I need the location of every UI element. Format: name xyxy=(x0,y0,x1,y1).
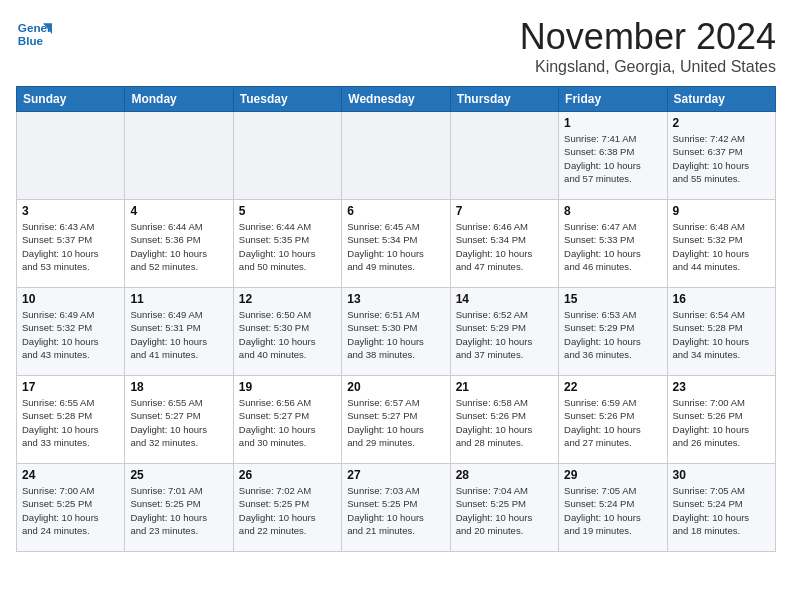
calendar-cell: 22Sunrise: 6:59 AM Sunset: 5:26 PM Dayli… xyxy=(559,376,667,464)
calendar-cell: 6Sunrise: 6:45 AM Sunset: 5:34 PM Daylig… xyxy=(342,200,450,288)
month-title: November 2024 xyxy=(520,16,776,58)
day-number: 14 xyxy=(456,292,553,306)
day-info: Sunrise: 6:58 AM Sunset: 5:26 PM Dayligh… xyxy=(456,396,553,449)
logo-icon: General Blue xyxy=(16,16,52,52)
day-info: Sunrise: 7:03 AM Sunset: 5:25 PM Dayligh… xyxy=(347,484,444,537)
day-info: Sunrise: 6:54 AM Sunset: 5:28 PM Dayligh… xyxy=(673,308,770,361)
day-number: 24 xyxy=(22,468,119,482)
day-info: Sunrise: 6:50 AM Sunset: 5:30 PM Dayligh… xyxy=(239,308,336,361)
calendar-cell: 12Sunrise: 6:50 AM Sunset: 5:30 PM Dayli… xyxy=(233,288,341,376)
week-row-4: 17Sunrise: 6:55 AM Sunset: 5:28 PM Dayli… xyxy=(17,376,776,464)
day-info: Sunrise: 6:48 AM Sunset: 5:32 PM Dayligh… xyxy=(673,220,770,273)
calendar-cell: 2Sunrise: 7:42 AM Sunset: 6:37 PM Daylig… xyxy=(667,112,775,200)
day-number: 18 xyxy=(130,380,227,394)
weekday-header-wednesday: Wednesday xyxy=(342,87,450,112)
day-info: Sunrise: 6:44 AM Sunset: 5:36 PM Dayligh… xyxy=(130,220,227,273)
page-header: General Blue General Blue November 2024 … xyxy=(16,16,776,76)
svg-text:Blue: Blue xyxy=(18,34,44,47)
weekday-header-monday: Monday xyxy=(125,87,233,112)
calendar-cell: 1Sunrise: 7:41 AM Sunset: 6:38 PM Daylig… xyxy=(559,112,667,200)
day-info: Sunrise: 7:04 AM Sunset: 5:25 PM Dayligh… xyxy=(456,484,553,537)
day-info: Sunrise: 6:52 AM Sunset: 5:29 PM Dayligh… xyxy=(456,308,553,361)
day-info: Sunrise: 6:49 AM Sunset: 5:31 PM Dayligh… xyxy=(130,308,227,361)
calendar-cell: 29Sunrise: 7:05 AM Sunset: 5:24 PM Dayli… xyxy=(559,464,667,552)
calendar-cell: 21Sunrise: 6:58 AM Sunset: 5:26 PM Dayli… xyxy=(450,376,558,464)
day-info: Sunrise: 7:05 AM Sunset: 5:24 PM Dayligh… xyxy=(673,484,770,537)
day-number: 19 xyxy=(239,380,336,394)
day-number: 16 xyxy=(673,292,770,306)
day-number: 29 xyxy=(564,468,661,482)
calendar-cell: 30Sunrise: 7:05 AM Sunset: 5:24 PM Dayli… xyxy=(667,464,775,552)
calendar-cell xyxy=(17,112,125,200)
day-info: Sunrise: 7:05 AM Sunset: 5:24 PM Dayligh… xyxy=(564,484,661,537)
day-info: Sunrise: 6:46 AM Sunset: 5:34 PM Dayligh… xyxy=(456,220,553,273)
calendar-cell: 23Sunrise: 7:00 AM Sunset: 5:26 PM Dayli… xyxy=(667,376,775,464)
day-number: 15 xyxy=(564,292,661,306)
day-number: 2 xyxy=(673,116,770,130)
calendar-cell xyxy=(233,112,341,200)
calendar-cell: 20Sunrise: 6:57 AM Sunset: 5:27 PM Dayli… xyxy=(342,376,450,464)
calendar-cell: 5Sunrise: 6:44 AM Sunset: 5:35 PM Daylig… xyxy=(233,200,341,288)
day-info: Sunrise: 7:02 AM Sunset: 5:25 PM Dayligh… xyxy=(239,484,336,537)
week-row-1: 1Sunrise: 7:41 AM Sunset: 6:38 PM Daylig… xyxy=(17,112,776,200)
week-row-3: 10Sunrise: 6:49 AM Sunset: 5:32 PM Dayli… xyxy=(17,288,776,376)
day-number: 9 xyxy=(673,204,770,218)
day-number: 11 xyxy=(130,292,227,306)
day-info: Sunrise: 7:42 AM Sunset: 6:37 PM Dayligh… xyxy=(673,132,770,185)
day-number: 20 xyxy=(347,380,444,394)
calendar-cell: 18Sunrise: 6:55 AM Sunset: 5:27 PM Dayli… xyxy=(125,376,233,464)
day-number: 6 xyxy=(347,204,444,218)
calendar-cell: 7Sunrise: 6:46 AM Sunset: 5:34 PM Daylig… xyxy=(450,200,558,288)
calendar-table: SundayMondayTuesdayWednesdayThursdayFrid… xyxy=(16,86,776,552)
day-info: Sunrise: 6:53 AM Sunset: 5:29 PM Dayligh… xyxy=(564,308,661,361)
calendar-cell: 4Sunrise: 6:44 AM Sunset: 5:36 PM Daylig… xyxy=(125,200,233,288)
day-number: 4 xyxy=(130,204,227,218)
location-title: Kingsland, Georgia, United States xyxy=(520,58,776,76)
day-number: 28 xyxy=(456,468,553,482)
day-info: Sunrise: 6:45 AM Sunset: 5:34 PM Dayligh… xyxy=(347,220,444,273)
calendar-cell: 25Sunrise: 7:01 AM Sunset: 5:25 PM Dayli… xyxy=(125,464,233,552)
day-number: 8 xyxy=(564,204,661,218)
calendar-cell: 9Sunrise: 6:48 AM Sunset: 5:32 PM Daylig… xyxy=(667,200,775,288)
week-row-2: 3Sunrise: 6:43 AM Sunset: 5:37 PM Daylig… xyxy=(17,200,776,288)
calendar-cell xyxy=(450,112,558,200)
calendar-cell: 3Sunrise: 6:43 AM Sunset: 5:37 PM Daylig… xyxy=(17,200,125,288)
day-number: 12 xyxy=(239,292,336,306)
weekday-header-row: SundayMondayTuesdayWednesdayThursdayFrid… xyxy=(17,87,776,112)
day-info: Sunrise: 6:43 AM Sunset: 5:37 PM Dayligh… xyxy=(22,220,119,273)
day-info: Sunrise: 6:55 AM Sunset: 5:27 PM Dayligh… xyxy=(130,396,227,449)
day-number: 7 xyxy=(456,204,553,218)
day-info: Sunrise: 6:47 AM Sunset: 5:33 PM Dayligh… xyxy=(564,220,661,273)
calendar-cell: 8Sunrise: 6:47 AM Sunset: 5:33 PM Daylig… xyxy=(559,200,667,288)
calendar-cell: 13Sunrise: 6:51 AM Sunset: 5:30 PM Dayli… xyxy=(342,288,450,376)
calendar-cell: 27Sunrise: 7:03 AM Sunset: 5:25 PM Dayli… xyxy=(342,464,450,552)
day-number: 22 xyxy=(564,380,661,394)
day-number: 10 xyxy=(22,292,119,306)
weekday-header-thursday: Thursday xyxy=(450,87,558,112)
day-number: 13 xyxy=(347,292,444,306)
day-number: 5 xyxy=(239,204,336,218)
day-info: Sunrise: 7:00 AM Sunset: 5:26 PM Dayligh… xyxy=(673,396,770,449)
weekday-header-friday: Friday xyxy=(559,87,667,112)
calendar-cell: 16Sunrise: 6:54 AM Sunset: 5:28 PM Dayli… xyxy=(667,288,775,376)
day-info: Sunrise: 7:00 AM Sunset: 5:25 PM Dayligh… xyxy=(22,484,119,537)
day-info: Sunrise: 6:55 AM Sunset: 5:28 PM Dayligh… xyxy=(22,396,119,449)
day-number: 30 xyxy=(673,468,770,482)
calendar-cell: 15Sunrise: 6:53 AM Sunset: 5:29 PM Dayli… xyxy=(559,288,667,376)
day-number: 26 xyxy=(239,468,336,482)
calendar-cell: 10Sunrise: 6:49 AM Sunset: 5:32 PM Dayli… xyxy=(17,288,125,376)
calendar-cell: 14Sunrise: 6:52 AM Sunset: 5:29 PM Dayli… xyxy=(450,288,558,376)
day-info: Sunrise: 7:01 AM Sunset: 5:25 PM Dayligh… xyxy=(130,484,227,537)
day-number: 27 xyxy=(347,468,444,482)
calendar-cell: 17Sunrise: 6:55 AM Sunset: 5:28 PM Dayli… xyxy=(17,376,125,464)
weekday-header-saturday: Saturday xyxy=(667,87,775,112)
weekday-header-tuesday: Tuesday xyxy=(233,87,341,112)
day-number: 17 xyxy=(22,380,119,394)
day-number: 1 xyxy=(564,116,661,130)
week-row-5: 24Sunrise: 7:00 AM Sunset: 5:25 PM Dayli… xyxy=(17,464,776,552)
day-info: Sunrise: 6:44 AM Sunset: 5:35 PM Dayligh… xyxy=(239,220,336,273)
logo: General Blue General Blue xyxy=(16,16,52,52)
day-number: 25 xyxy=(130,468,227,482)
day-number: 3 xyxy=(22,204,119,218)
title-block: November 2024 Kingsland, Georgia, United… xyxy=(520,16,776,76)
